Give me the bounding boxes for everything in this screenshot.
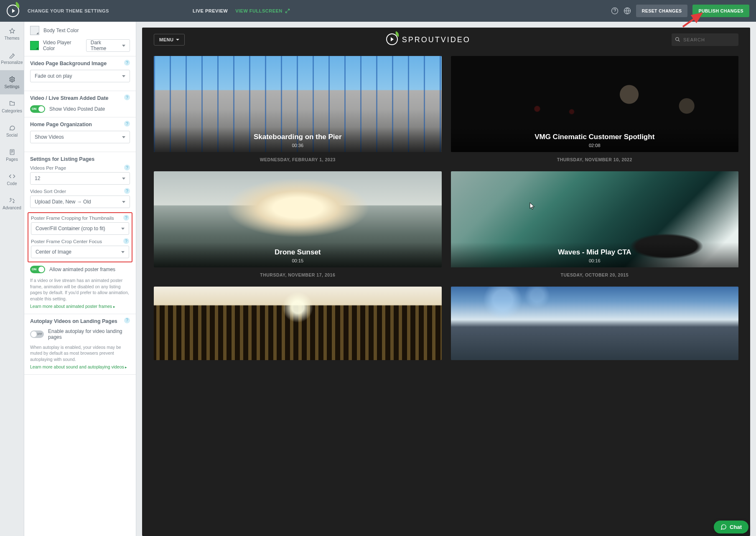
section-title: Autoplay Videos on Landing Pages [30, 318, 130, 324]
help-icon[interactable]: ? [124, 318, 130, 323]
video-duration: 02:08 [455, 143, 735, 148]
nav-personalize[interactable]: Personalize [0, 46, 24, 70]
menu-button[interactable]: MENU [154, 34, 185, 46]
video-thumbnail[interactable]: Skateboarding on the Pier 00:36 [154, 56, 442, 152]
videos-per-page-label: Videos Per Page [30, 165, 130, 170]
video-thumbnail[interactable]: Drone Sunset 00:15 [154, 171, 442, 267]
show-posted-date-toggle[interactable]: ON [30, 105, 45, 113]
video-date: Tuesday, October 20, 2015 [451, 272, 739, 277]
section-title: Video Page Background Image [30, 61, 130, 66]
svg-rect-3 [10, 150, 14, 155]
help-icon[interactable]: ? [124, 165, 130, 170]
video-player-color-swatch[interactable] [30, 41, 39, 50]
video-thumbnail[interactable] [154, 287, 442, 360]
video-page-bg-select[interactable]: Fade out on play [30, 70, 130, 82]
autoplay-learn-more-link[interactable]: Learn more about sound and autoplaying v… [30, 364, 127, 369]
video-title: Skateboarding on the Pier [158, 133, 438, 141]
preview-brand-logo[interactable]: SPROUTVIDEO [386, 33, 471, 46]
autoplay-help-text: When autoplay is enabled, your videos ma… [30, 344, 130, 363]
poster-crop-select[interactable]: Cover/Fill Container (crop to fit) [31, 222, 129, 235]
video-thumbnail[interactable]: VMG Cinematic Customer Spotlight 02:08 [451, 56, 739, 152]
search-input[interactable] [672, 33, 738, 46]
video-date: Thursday, November 17, 2016 [154, 272, 442, 277]
video-title: Waves - Mid Play CTA [455, 248, 735, 257]
video-card[interactable]: Drone Sunset 00:15 Thursday, November 17… [154, 171, 442, 277]
video-date: Thursday, November 10, 2022 [451, 157, 739, 162]
expand-icon [285, 8, 290, 13]
home-org-select[interactable]: Show Videos [30, 131, 130, 143]
videos-per-page-select[interactable]: 12 [30, 172, 130, 185]
video-date: Wednesday, February 1, 2023 [154, 157, 442, 162]
animated-help-text: If a video or live stream has an animate… [30, 277, 130, 302]
help-icon[interactable]: ? [123, 215, 129, 221]
autoplay-label: Enable autoplay for video landing pages [48, 328, 130, 340]
video-card[interactable] [154, 287, 442, 360]
video-card[interactable]: VMG Cinematic Customer Spotlight 02:08 T… [451, 56, 739, 162]
search-icon [675, 37, 680, 42]
preview-area: MENU SPROUTVIDEO [136, 22, 756, 536]
preview-header: MENU SPROUTVIDEO [142, 28, 750, 52]
nav-social[interactable]: Social [0, 119, 24, 143]
video-duration: 00:36 [158, 143, 438, 148]
video-duration: 00:16 [455, 258, 735, 263]
video-player-theme-select[interactable]: Dark Theme [86, 39, 130, 52]
help-icon[interactable]: ? [124, 94, 130, 100]
video-card[interactable]: Skateboarding on the Pier 00:36 Wednesda… [154, 56, 442, 162]
show-posted-date-label: Show Video Posted Date [49, 106, 105, 112]
nav-themes[interactable]: Themes [0, 22, 24, 46]
help-icon[interactable] [611, 7, 619, 15]
video-thumbnail[interactable]: Waves - Mid Play CTA 00:16 [451, 171, 739, 267]
globe-icon[interactable] [624, 7, 631, 15]
topbar-title: CHANGE YOUR THEME SETTINGS [28, 8, 109, 13]
poster-crop-label: Poster Frame Cropping for Thumbnails [31, 216, 129, 221]
help-icon[interactable]: ? [123, 238, 129, 244]
nav-advanced[interactable]: Advanced [0, 191, 24, 216]
video-thumbnail[interactable] [451, 287, 739, 360]
allow-animated-label: Allow animated poster frames [49, 267, 115, 272]
svg-point-4 [676, 38, 679, 41]
poster-crop-focus-label: Poster Frame Crop Center Focus [31, 239, 129, 244]
left-nav-rail: Themes Personalize Settings Categories S… [0, 22, 24, 536]
reset-changes-button[interactable]: RESET CHANGES [636, 5, 688, 17]
body-text-color-label: Body Text Color [43, 28, 79, 33]
settings-panel: Body Text Color ? Video Player Color Dar… [24, 22, 136, 536]
sort-order-label: Video Sort Order [30, 189, 130, 194]
video-duration: 00:15 [158, 258, 438, 263]
help-icon[interactable]: ? [124, 121, 130, 127]
nav-categories[interactable]: Categories [0, 94, 24, 119]
publish-changes-button[interactable]: PUBLISH CHANGES [692, 5, 749, 17]
autoplay-toggle[interactable]: OFF [30, 330, 44, 338]
chat-widget[interactable]: Chat [714, 521, 748, 533]
app-logo[interactable] [7, 5, 19, 17]
video-card[interactable]: Waves - Mid Play CTA 00:16 Tuesday, Octo… [451, 171, 739, 277]
chat-icon [720, 524, 727, 530]
allow-animated-toggle[interactable]: ON [30, 266, 45, 273]
help-icon[interactable]: ? [124, 60, 130, 66]
video-player-color-label: Video Player Color [43, 40, 82, 51]
animated-learn-more-link[interactable]: Learn more about animated poster frames [30, 304, 115, 309]
poster-crop-focus-select[interactable]: Center of Image [31, 246, 129, 258]
section-title: Video / Live Stream Added Date [30, 95, 130, 101]
svg-point-2 [11, 79, 13, 80]
nav-pages[interactable]: Pages [0, 143, 24, 167]
video-title: Drone Sunset [158, 248, 438, 257]
sort-order-select[interactable]: Upload Date, New → Old [30, 196, 130, 208]
video-title: VMG Cinematic Customer Spotlight [455, 133, 735, 141]
nav-code[interactable]: Code [0, 167, 24, 191]
video-card[interactable] [451, 287, 739, 360]
highlight-box: ? Poster Frame Cropping for Thumbnails C… [28, 212, 132, 262]
section-title: Settings for Listing Pages [30, 156, 130, 162]
topbar: CHANGE YOUR THEME SETTINGS LIVE PREVIEW … [0, 0, 756, 22]
nav-settings[interactable]: Settings [0, 70, 24, 94]
live-preview-label: LIVE PREVIEW [193, 8, 228, 13]
help-icon[interactable]: ? [124, 188, 130, 194]
view-fullscreen-link[interactable]: VIEW FULLSCREEN [235, 8, 290, 13]
section-title: Home Page Organization [30, 122, 130, 127]
body-text-color-swatch[interactable] [30, 26, 39, 35]
